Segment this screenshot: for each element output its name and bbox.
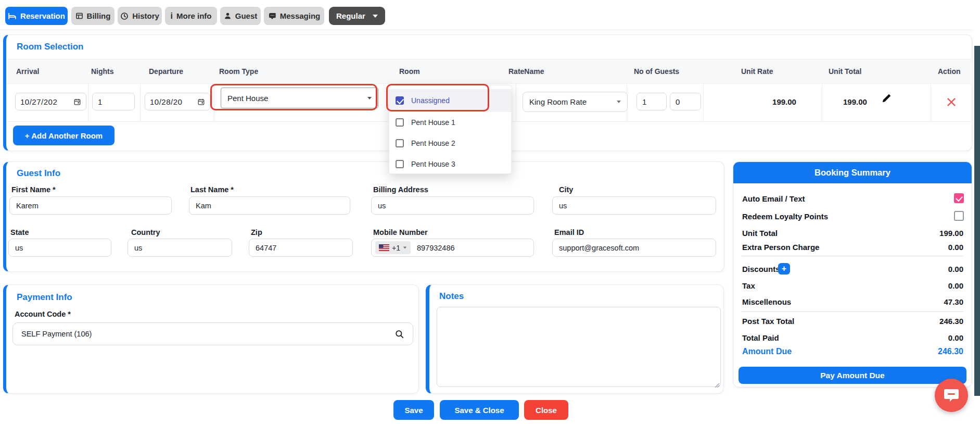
email-label: Email ID (554, 228, 584, 236)
tab-label: Billing (87, 11, 111, 20)
add-another-room-button[interactable]: + Add Another Room (13, 126, 114, 145)
departure-date-value: 10/28/20 (150, 97, 182, 106)
children-input[interactable] (670, 93, 701, 110)
arrival-date-input[interactable]: 10/27/202 (15, 93, 86, 110)
tab-more-info[interactable]: i More info (165, 7, 217, 25)
col-unit-total: Unit Total (829, 67, 862, 76)
chat-bubble-icon (944, 388, 959, 403)
summary-divider (742, 256, 963, 256)
tab-messaging[interactable]: Messaging (264, 7, 324, 25)
col-action: Action (938, 67, 961, 76)
email-field[interactable] (552, 239, 716, 257)
tab-billing[interactable]: Billing (71, 7, 114, 25)
save-button[interactable]: Save (393, 400, 434, 420)
rate-name-select[interactable]: King Room Rate (523, 92, 628, 112)
tab-label: History (132, 11, 159, 20)
edit-pencil-icon[interactable] (881, 92, 893, 106)
scrollbar-thumb[interactable] (974, 46, 980, 396)
close-button[interactable]: Close (524, 400, 568, 420)
last-name-label: Last Name * (190, 185, 234, 194)
room-table-header: Arrival Nights Departure Room Type Room … (7, 59, 971, 84)
extra-person-label: Extra Person Charge (742, 243, 819, 252)
first-name-label: First Name * (11, 185, 56, 194)
col-room-type: Room Type (219, 67, 258, 76)
booking-summary-header: Booking Summary (733, 162, 972, 183)
search-icon[interactable] (394, 329, 404, 339)
miscellenous-value: 47.30 (944, 297, 963, 306)
amount-due-value: 246.30 (938, 347, 963, 356)
room-option-unassigned[interactable]: Unassigned (389, 89, 511, 112)
room-option-pent-house-3[interactable]: Pent House 3 (389, 154, 511, 174)
messaging-chat-icon (268, 12, 276, 20)
dial-code-dropdown[interactable]: +1 (375, 241, 411, 254)
discounts-label: Discounts (742, 265, 780, 273)
account-code-field[interactable]: SELF Payment (106) (12, 322, 413, 345)
col-departure: Departure (149, 67, 183, 76)
checkbox[interactable] (396, 118, 404, 127)
country-field[interactable] (128, 239, 232, 257)
adults-input[interactable] (637, 93, 667, 110)
extra-person-value: 0.00 (948, 243, 963, 252)
room-option-pent-house-1[interactable]: Pent House 1 (389, 112, 511, 133)
cell-divider (516, 84, 516, 121)
add-discount-button[interactable]: + (778, 263, 790, 275)
tab-label: More info (176, 11, 212, 20)
col-arrival: Arrival (16, 67, 39, 76)
room-type-value: Pent House (227, 94, 268, 103)
save-and-close-button[interactable]: Save & Close (440, 400, 519, 420)
chevron-down-icon (373, 15, 378, 18)
departure-date-input[interactable]: 10/28/20 (145, 93, 210, 110)
auto-email-label: Auto Email / Text (742, 194, 805, 203)
notes-textarea[interactable] (437, 307, 721, 387)
room-option-pent-house-2[interactable]: Pent House 2 (389, 133, 511, 154)
mobile-number-label: Mobile Number (373, 228, 428, 236)
redeem-points-label: Redeem Loyalty Points (742, 212, 828, 221)
tab-guest[interactable]: Guest (220, 7, 261, 25)
room-option-label: Pent House 2 (411, 139, 455, 147)
checkbox[interactable] (396, 160, 404, 168)
unit-total-label: Unit Total (742, 229, 778, 238)
tab-label: Reservation (20, 11, 65, 20)
chevron-down-icon (403, 247, 406, 249)
redeem-points-checkbox[interactable] (954, 211, 964, 221)
calendar-icon[interactable] (73, 98, 81, 106)
city-field[interactable] (552, 196, 716, 215)
state-label: State (10, 228, 29, 236)
zip-field[interactable] (249, 239, 353, 257)
checkbox[interactable] (396, 139, 404, 147)
billing-address-label: Billing Address (373, 185, 428, 194)
mobile-number-field[interactable]: +1 897932486 (371, 239, 534, 257)
unit-total-value: 199.00 (939, 229, 963, 238)
col-unit-rate: Unit Rate (741, 67, 773, 76)
room-dropdown-panel: Unassigned Pent House 1 Pent House 2 Pen… (389, 85, 512, 174)
tax-value: 0.00 (948, 281, 963, 290)
tab-history[interactable]: History (118, 7, 162, 25)
city-label: City (559, 185, 573, 194)
country-label: Country (131, 228, 160, 236)
nights-input[interactable] (92, 93, 135, 110)
cell-divider (931, 84, 931, 121)
pay-amount-due-button[interactable]: Pay Amount Due (739, 367, 966, 384)
post-tax-total-label: Post Tax Total (742, 317, 794, 326)
chat-widget-button[interactable] (935, 379, 968, 412)
booking-type-value: Regular (336, 11, 365, 20)
billing-address-field[interactable] (371, 196, 534, 215)
cell-divider (214, 84, 214, 121)
last-name-field[interactable] (189, 196, 350, 215)
first-name-field[interactable] (9, 196, 172, 215)
state-field[interactable] (8, 239, 111, 257)
unit-total-value: 199.00 (843, 97, 867, 106)
room-type-select[interactable]: Pent House (221, 88, 378, 108)
calendar-icon[interactable] (197, 98, 205, 106)
summary-divider (742, 311, 963, 312)
checkbox[interactable] (396, 96, 404, 105)
delete-row-x-icon[interactable] (946, 96, 957, 110)
booking-type-dropdown[interactable]: Regular (329, 7, 385, 25)
col-room: Room (399, 67, 420, 76)
cell-divider (703, 84, 704, 121)
section-title: Notes (439, 291, 464, 302)
tab-reservation[interactable]: Reservation (5, 7, 68, 25)
col-no-guests: No of Guests (634, 67, 679, 76)
auto-email-checkbox[interactable] (954, 193, 964, 203)
col-nights: Nights (91, 67, 114, 76)
